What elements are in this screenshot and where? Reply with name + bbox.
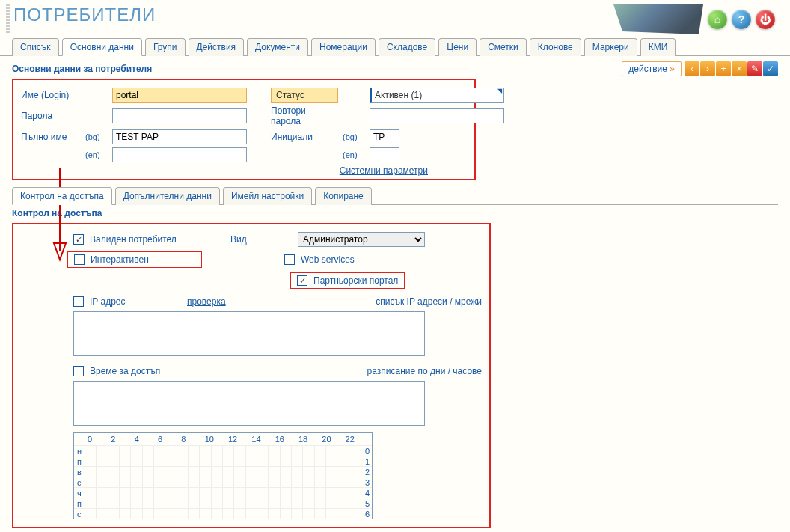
initials-label: Инициали: [271, 132, 338, 142]
header-decorative-image: [613, 4, 703, 34]
status-dropdown[interactable]: Активен (1) ◥: [370, 88, 504, 103]
initials-bg-input[interactable]: [370, 129, 399, 144]
nav-prev-button[interactable]: ‹: [685, 61, 699, 76]
time-textarea[interactable]: [73, 381, 425, 426]
add-button[interactable]: +: [716, 61, 731, 76]
home-button[interactable]: ⌂: [708, 10, 727, 29]
dotted-edge-decoration: [6, 4, 10, 34]
ip-list-link[interactable]: списък IP адреси / мрежи: [376, 296, 482, 307]
fullname-en-input[interactable]: [112, 147, 247, 162]
tab-prices[interactable]: Цени: [438, 38, 477, 56]
main-tabs: Списък Основни данни Групи Действия Доку…: [0, 37, 790, 56]
confirm-button[interactable]: ✓: [763, 61, 778, 76]
initials-en-input[interactable]: [370, 147, 399, 162]
ip-textarea[interactable]: [73, 311, 425, 356]
sub-tabs: Контрол на достъпа Допълнителни данни Им…: [12, 186, 778, 205]
toolbar: ‹ › + × ✎ ✓: [685, 61, 778, 76]
valid-user-label: Валиден потребител: [90, 234, 177, 245]
main-data-panel: Име (Login) Статус Активен (1) ◥ Парола …: [12, 79, 476, 180]
password-label: Парола: [21, 111, 81, 121]
system-params-link[interactable]: Системни параметри: [340, 165, 428, 176]
kind-select[interactable]: Администратор: [298, 232, 425, 247]
tab-documents[interactable]: Документи: [247, 38, 308, 56]
day-5: п: [74, 499, 85, 508]
tab-numerations[interactable]: Номерации: [311, 38, 376, 56]
partner-portal-highlight: Партньорски портал: [290, 272, 405, 289]
schedule-hours-header: 024 6810 121416 182022: [74, 433, 372, 445]
valid-user-checkbox[interactable]: [73, 234, 84, 245]
lang-en-2: (en): [343, 150, 365, 159]
action-label: действие: [628, 64, 667, 74]
lang-en-1: (en): [85, 150, 108, 159]
section-title-access: Контрол на достъпа: [12, 205, 778, 221]
check-link[interactable]: проверка: [187, 296, 262, 307]
status-label: Статус: [271, 88, 338, 103]
time-label: Време за достъп: [90, 366, 262, 376]
login-label: Име (Login): [21, 90, 81, 100]
repeat-password-label: Повтори парола: [271, 106, 338, 126]
action-arrow-icon: »: [670, 64, 675, 74]
password-input[interactable]: [112, 108, 247, 123]
ip-label: IP адрес: [90, 296, 187, 307]
nav-next-button[interactable]: ›: [700, 61, 715, 76]
day-1: п: [74, 457, 85, 466]
action-dropdown[interactable]: действие »: [622, 61, 682, 76]
page-title: ПОТРЕБИТЕЛИ: [13, 4, 156, 25]
subtab-access-control[interactable]: Контрол на достъпа: [12, 187, 112, 205]
web-services-checkbox[interactable]: [284, 254, 295, 265]
subtab-copy[interactable]: Копиране: [315, 187, 372, 205]
fullname-label: Пълно име: [21, 132, 81, 142]
repeat-password-input[interactable]: [370, 108, 504, 123]
arrow-down-annotation: [51, 168, 73, 266]
time-checkbox[interactable]: [73, 366, 84, 376]
day-6: с: [74, 510, 85, 519]
access-control-panel: Валиден потребител Вид Администратор Инт…: [12, 223, 491, 528]
schedule-grid[interactable]: 024 6810 121416 182022 н0 п1 в2 с3 ч4 п5…: [73, 432, 373, 519]
day-2: в: [74, 468, 85, 477]
lang-bg-2: (bg): [343, 132, 365, 141]
tab-branches[interactable]: Клонове: [530, 38, 581, 56]
status-value: Активен (1): [375, 90, 422, 100]
tab-warehouses[interactable]: Складове: [379, 38, 435, 56]
login-input[interactable]: [112, 88, 247, 103]
schedule-link[interactable]: разписание по дни / часове: [367, 366, 482, 376]
web-services-label: Web services: [301, 254, 355, 265]
section-title-main-data: Основни данни за потребителя: [12, 61, 152, 77]
partner-portal-checkbox[interactable]: [297, 275, 307, 286]
partner-portal-label: Партньорски портал: [313, 275, 398, 286]
help-button[interactable]: ?: [732, 10, 751, 29]
day-3: с: [74, 478, 85, 487]
day-4: ч: [74, 489, 85, 498]
tab-groups[interactable]: Групи: [145, 38, 186, 56]
interactive-checkbox[interactable]: [74, 254, 85, 265]
tab-main-data[interactable]: Основни данни: [62, 38, 142, 56]
tab-list[interactable]: Списък: [12, 38, 59, 56]
subtab-additional-data[interactable]: Допълнителни данни: [115, 187, 220, 205]
power-button[interactable]: ⏻: [756, 10, 775, 29]
tab-kmi[interactable]: КМИ: [640, 38, 676, 56]
tab-markers[interactable]: Маркери: [584, 38, 637, 56]
fullname-bg-input[interactable]: [112, 129, 247, 144]
tab-accounts[interactable]: Сметки: [480, 38, 527, 56]
interactive-highlight: Интерактивен: [67, 251, 202, 268]
close-button[interactable]: ×: [732, 61, 747, 76]
day-0: н: [74, 447, 85, 456]
ip-checkbox[interactable]: [73, 296, 84, 307]
subtab-email-settings[interactable]: Имейл настройки: [223, 187, 312, 205]
lang-bg-1: (bg): [85, 132, 108, 141]
interactive-label: Интерактивен: [91, 254, 149, 265]
edit-button[interactable]: ✎: [747, 61, 762, 76]
tab-actions[interactable]: Действия: [189, 38, 245, 56]
dropdown-corner-icon: ◥: [497, 88, 502, 94]
kind-label: Вид: [230, 234, 290, 245]
